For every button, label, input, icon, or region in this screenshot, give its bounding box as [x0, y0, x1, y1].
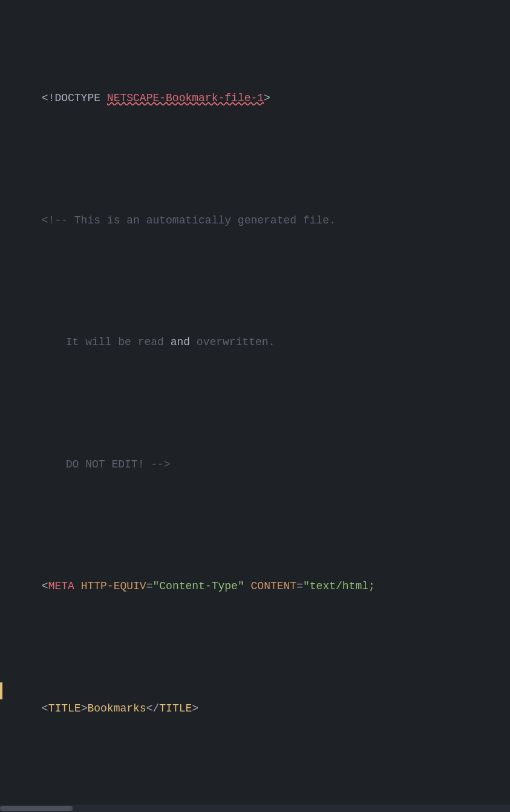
line-content-1: <!DOCTYPE NETSCAPE-Bookmark-file-1>: [2, 72, 510, 124]
meta-tag: META: [48, 580, 74, 592]
line-6: <TITLE>Bookmarks</TITLE>: [0, 682, 510, 734]
line-content-6: <TITLE>Bookmarks</TITLE>: [2, 682, 510, 734]
http-equiv-attr: HTTP-EQUIV: [81, 580, 146, 592]
meta-sp: [74, 580, 81, 592]
sp2: [244, 580, 251, 592]
title-close-lt: </: [146, 702, 160, 715]
meta-open: <: [42, 580, 48, 592]
title-tag-close: TITLE: [159, 702, 192, 715]
line-content-4: DO NOT EDIT! -->: [2, 438, 510, 490]
title-close-gt: >: [192, 702, 198, 715]
title-open: <: [42, 702, 48, 715]
doctype-close: >: [264, 92, 270, 104]
title-tag-open: TITLE: [48, 702, 81, 715]
line-content-2: <!-- This is an automatically generated …: [2, 194, 510, 246]
eq2: =: [296, 580, 303, 592]
line-2: <!-- This is an automatically generated …: [0, 194, 510, 246]
horizontal-scrollbar[interactable]: [0, 806, 73, 811]
content-val: "text/html;: [303, 580, 375, 592]
title-gt: >: [81, 702, 88, 715]
line-content-5: <META HTTP-EQUIV="Content-Type" CONTENT=…: [2, 561, 510, 613]
line-5: <META HTTP-EQUIV="Content-Type" CONTENT=…: [0, 561, 510, 613]
comment-1: <!-- This is an automatically generated …: [42, 214, 336, 226]
line-4: DO NOT EDIT! -->: [0, 438, 510, 490]
eq1: =: [146, 580, 153, 592]
title-text: Bookmarks: [87, 702, 146, 715]
doctype-open: <!DOCTYPE: [42, 92, 107, 104]
comment-2: It will be read and overwritten.: [66, 336, 275, 348]
scrollbar-area[interactable]: [0, 805, 510, 812]
comment-3: DO NOT EDIT! -->: [66, 458, 171, 470]
content-type-val: "Content-Type": [153, 580, 244, 592]
line-content-3: It will be read and overwritten.: [2, 316, 510, 368]
line-3: It will be read and overwritten.: [0, 316, 510, 368]
line-1: <!DOCTYPE NETSCAPE-Bookmark-file-1>: [0, 72, 510, 124]
doctype-name: NETSCAPE-Bookmark-file-1: [107, 92, 264, 104]
content-attr: CONTENT: [251, 580, 297, 592]
code-editor: <!DOCTYPE NETSCAPE-Bookmark-file-1> <!--…: [0, 0, 510, 812]
